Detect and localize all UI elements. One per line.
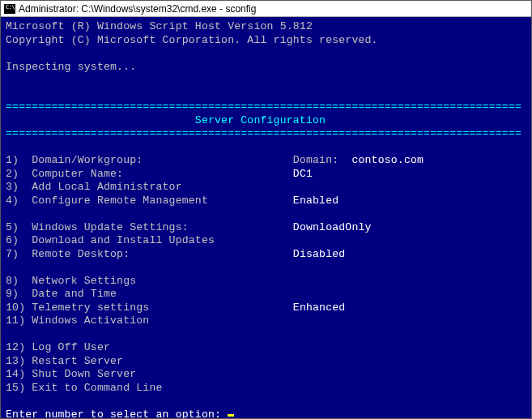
cursor — [228, 414, 234, 417]
banner-title: Server Configuration — [6, 114, 326, 126]
menu-value: DC1 — [293, 168, 313, 180]
menu-value: Disabled — [293, 248, 346, 260]
copyright-line: Copyright (C) Microsoft Corporation. All… — [6, 34, 378, 46]
menu-value: contoso.com — [351, 154, 423, 166]
rule-bottom: ========================================… — [6, 127, 521, 139]
menu-value: Enhanced — [293, 301, 346, 314]
script-host-line: Microsoft (R) Windows Script Host Versio… — [6, 20, 313, 32]
menu-value: DownloadOnly — [293, 221, 372, 233]
window-titlebar[interactable]: Administrator: C:\Windows\system32\cmd.e… — [1, 1, 531, 17]
menu-value: Enabled — [293, 195, 338, 207]
cmd-window: Administrator: C:\Windows\system32\cmd.e… — [0, 0, 532, 419]
window-title: Administrator: C:\Windows\system32\cmd.e… — [19, 3, 256, 15]
prompt-text: Enter number to select an option: — [6, 408, 228, 419]
console-output[interactable]: Microsoft (R) Windows Script Host Versio… — [1, 17, 531, 418]
menu-block: 1) Domain/Workgroup: Domain: contoso.com… — [6, 154, 526, 395]
rule-top: ========================================… — [6, 100, 521, 113]
cmd-icon — [4, 4, 15, 14]
inspecting-line: Inspecting system... — [6, 61, 136, 73]
